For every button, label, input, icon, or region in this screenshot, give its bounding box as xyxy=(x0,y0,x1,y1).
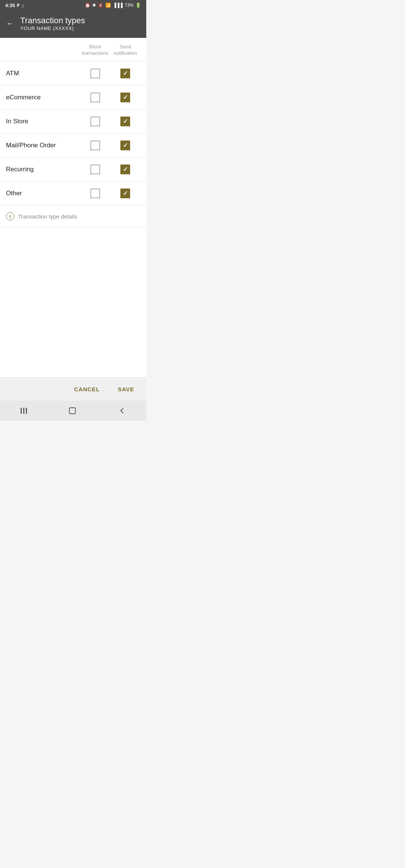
save-button[interactable]: SAVE xyxy=(113,383,139,395)
ecommerce-label: eCommerce xyxy=(6,94,80,101)
send-notification-header: Sendnotification xyxy=(110,44,140,57)
table-header: Blocktransactions Sendnotification xyxy=(0,38,146,61)
svg-rect-0 xyxy=(69,408,75,414)
status-bar: 4:35 𝐏 ⌂ ⏰ ✱ 🔇 📶 ▐▐▐ 73% 🔋 xyxy=(0,0,146,10)
back-nav-button[interactable] xyxy=(118,407,126,415)
wifi-icon: 📶 xyxy=(105,3,111,8)
alarm-icon: ⏰ xyxy=(85,3,90,8)
recent-apps-button[interactable] xyxy=(21,408,27,414)
recurring-block-checkbox[interactable] xyxy=(90,165,100,174)
status-icons: ⏰ ✱ 🔇 📶 ▐▐▐ 73% 🔋 xyxy=(85,3,141,8)
battery-icon: 🔋 xyxy=(135,3,141,8)
recurring-label: Recurring xyxy=(6,166,80,173)
battery-level: 73% xyxy=(124,3,134,8)
atm-row: ATM xyxy=(0,61,146,85)
mailphone-block-checkbox[interactable] xyxy=(90,141,100,150)
back-button[interactable]: ← xyxy=(6,19,14,28)
paypal-icon: 𝐏 xyxy=(17,3,20,8)
mailphone-label: Mail/Phone Order xyxy=(6,142,80,149)
atm-block-checkbox[interactable] xyxy=(90,69,100,78)
block-transactions-header: Blocktransactions xyxy=(80,44,110,57)
content-spacer xyxy=(0,227,146,377)
info-link[interactable]: Transaction type details xyxy=(18,213,77,220)
other-label: Other xyxy=(6,190,80,197)
ecommerce-block-checkbox[interactable] xyxy=(90,93,100,102)
recurring-row: Recurring xyxy=(0,157,146,181)
page-title: Transaction types xyxy=(20,16,85,25)
cancel-button[interactable]: CANCEL xyxy=(70,383,105,395)
recurring-notify-checkbox[interactable] xyxy=(120,165,130,174)
mute-icon: 🔇 xyxy=(98,3,104,8)
instore-row: In Store xyxy=(0,109,146,133)
app-header: ← Transaction types YOUR NAME (XXXXX) xyxy=(0,10,146,38)
main-content: Blocktransactions Sendnotification ATM e… xyxy=(0,38,146,377)
instore-block-checkbox[interactable] xyxy=(90,117,100,126)
other-row: Other xyxy=(0,181,146,205)
atm-label: ATM xyxy=(6,70,80,77)
bluetooth-icon: ✱ xyxy=(92,3,96,8)
atm-notify-checkbox[interactable] xyxy=(120,69,130,78)
ecommerce-row: eCommerce xyxy=(0,85,146,109)
other-block-checkbox[interactable] xyxy=(90,189,100,198)
signal-icon: ▐▐▐ xyxy=(113,3,123,8)
account-name: YOUR NAME (XXXXX) xyxy=(20,25,85,31)
mailphone-notify-checkbox[interactable] xyxy=(120,141,130,150)
header-text: Transaction types YOUR NAME (XXXXX) xyxy=(20,16,85,31)
home-icon: ⌂ xyxy=(21,3,24,8)
mailphone-row: Mail/Phone Order xyxy=(0,133,146,157)
status-time: 4:35 𝐏 ⌂ xyxy=(5,3,24,8)
nav-bar xyxy=(0,401,146,421)
info-row[interactable]: i Transaction type details xyxy=(0,205,146,227)
instore-label: In Store xyxy=(6,118,80,125)
home-nav-button[interactable] xyxy=(68,407,76,415)
ecommerce-notify-checkbox[interactable] xyxy=(120,93,130,102)
info-icon: i xyxy=(6,212,14,220)
bottom-action-bar: CANCEL SAVE xyxy=(0,377,146,401)
instore-notify-checkbox[interactable] xyxy=(120,117,130,126)
other-notify-checkbox[interactable] xyxy=(120,189,130,198)
